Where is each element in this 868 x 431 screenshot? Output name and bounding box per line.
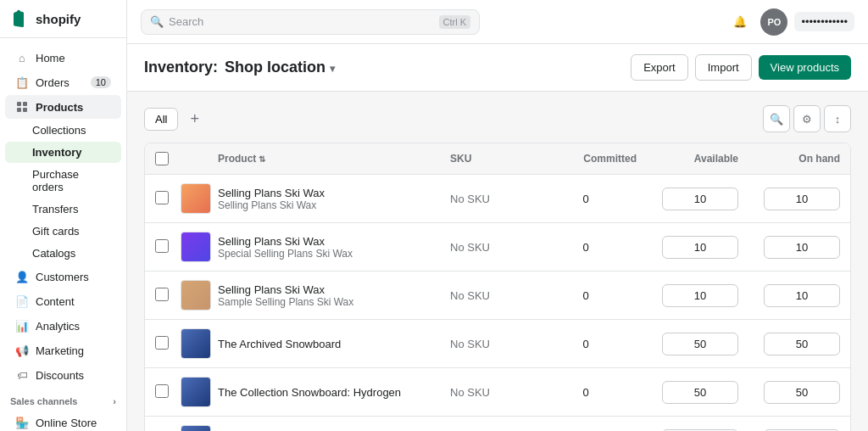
product-name-2[interactable]: Selling Plans Ski Wax (218, 283, 450, 296)
import-button[interactable]: Import (695, 54, 752, 81)
sidebar-item-orders[interactable]: 📋 Orders 10 (5, 70, 121, 94)
sidebar-item-customers[interactable]: 👤 Customers (5, 265, 121, 288)
available-cell-1[interactable] (637, 236, 738, 259)
sidebar-item-transfers[interactable]: Transfers (5, 199, 121, 220)
sort-button[interactable]: ↕ (824, 105, 851, 132)
sidebar-logo[interactable]: shopify (0, 0, 126, 38)
sidebar-item-products[interactable]: Products (5, 95, 121, 119)
select-all-checkbox[interactable] (155, 152, 169, 165)
available-input-3[interactable] (662, 333, 738, 355)
th-product[interactable]: Product ⇅ (218, 153, 450, 165)
on-hand-cell-1[interactable] (738, 236, 840, 259)
on-hand-cell-3[interactable] (738, 333, 840, 355)
sku-cell-1: No SKU (450, 241, 535, 254)
sidebar-item-purchase-orders[interactable]: Purchase orders (5, 164, 121, 198)
row-checkbox-3[interactable] (155, 336, 181, 352)
sidebar-item-gift-cards[interactable]: Gift cards (5, 221, 121, 242)
filter-bar: All + 🔍 ⚙ ↕ (144, 105, 851, 132)
available-cell-3[interactable] (637, 333, 738, 355)
committed-cell-3: 0 (535, 338, 637, 350)
sidebar-item-home[interactable]: ⌂ Home (5, 46, 121, 70)
product-name-1[interactable]: Selling Plans Ski Wax (218, 235, 450, 248)
row-checkbox-1[interactable] (155, 239, 181, 255)
tab-all[interactable]: All (144, 108, 178, 131)
sidebar-item-content[interactable]: 📄 Content (5, 289, 121, 313)
product-info-0: Selling Plans Ski Wax Selling Plans Ski … (218, 187, 450, 211)
search-box[interactable]: 🔍 Search Ctrl K (141, 9, 480, 35)
product-thumbnail-1 (181, 232, 211, 262)
on-hand-cell-0[interactable] (738, 188, 840, 210)
row-select-2[interactable] (155, 288, 169, 301)
sidebar-item-collections[interactable]: Collections (5, 120, 121, 141)
product-sort-icon: ⇅ (259, 154, 265, 164)
search-filter-button[interactable]: 🔍 (763, 105, 790, 132)
notification-button[interactable]: 🔔 (726, 8, 754, 36)
product-thumbnail-3 (181, 328, 211, 359)
page-actions: Export Import View products (631, 54, 851, 81)
add-filter-button[interactable]: + (185, 109, 204, 130)
account-name[interactable]: •••••••••••• (794, 12, 854, 31)
table-row: The Collection Snowboard: Hydrogen No SK… (145, 368, 850, 417)
orders-badge: 10 (91, 76, 111, 88)
topbar: 🔍 Search Ctrl K 🔔 PO •••••••••••• (127, 0, 868, 44)
row-checkbox-0[interactable] (155, 191, 181, 207)
sku-cell-3: No SKU (450, 338, 535, 350)
product-info-4: The Collection Snowboard: Hydrogen (218, 386, 450, 399)
row-checkbox-4[interactable] (155, 384, 181, 400)
sidebar-item-marketing[interactable]: 📢 Marketing (5, 339, 121, 362)
available-input-4[interactable] (662, 381, 738, 404)
sidebar-item-discounts[interactable]: 🏷 Discounts (5, 363, 121, 387)
on-hand-input-1[interactable] (764, 236, 840, 259)
product-variant-0: Selling Plans Ski Wax (218, 199, 450, 211)
sales-channels-label: Sales channels (10, 396, 78, 406)
search-icon: 🔍 (150, 15, 164, 28)
row-thumb-1 (181, 232, 218, 262)
row-select-1[interactable] (155, 239, 169, 253)
row-select-3[interactable] (155, 336, 169, 350)
sidebar-label-content: Content (36, 295, 75, 308)
on-hand-cell-4[interactable] (738, 381, 840, 404)
available-cell-4[interactable] (637, 381, 738, 404)
committed-cell-4: 0 (535, 386, 637, 399)
location-dropdown[interactable]: Shop location ▾ (225, 59, 335, 76)
available-input-2[interactable] (662, 284, 738, 307)
customers-icon: 👤 (15, 270, 29, 283)
sidebar-item-inventory[interactable]: Inventory (5, 142, 121, 163)
available-cell-0[interactable] (637, 188, 738, 210)
available-input-0[interactable] (662, 188, 738, 210)
svg-rect-1 (23, 102, 27, 106)
sidebar-item-catalogs[interactable]: Catalogs (5, 243, 121, 264)
sidebar-item-analytics[interactable]: 📊 Analytics (5, 314, 121, 338)
sort-icon: ↕ (835, 113, 841, 126)
product-name-3[interactable]: The Archived Snowboard (218, 338, 450, 350)
export-button[interactable]: Export (631, 54, 688, 81)
available-input-1[interactable] (662, 236, 738, 259)
products-icon (15, 100, 29, 114)
row-select-4[interactable] (155, 384, 169, 398)
sales-channels-expand-icon[interactable]: › (113, 396, 116, 406)
available-col-label: Available (694, 153, 738, 165)
row-select-0[interactable] (155, 191, 169, 204)
discounts-icon: 🏷 (15, 368, 29, 382)
on-hand-input-2[interactable] (764, 284, 840, 307)
on-hand-cell-2[interactable] (738, 284, 840, 307)
row-thumb-2 (181, 280, 218, 311)
sidebar-nav: ⌂ Home 📋 Orders 10 Products Collections … (0, 38, 126, 431)
on-hand-input-4[interactable] (764, 381, 840, 404)
view-products-button[interactable]: View products (759, 55, 851, 80)
bell-icon: 🔔 (733, 15, 747, 28)
logo-text: shopify (36, 12, 81, 26)
product-name-0[interactable]: Selling Plans Ski Wax (218, 187, 450, 199)
sidebar-label-gift-cards: Gift cards (32, 225, 80, 238)
on-hand-input-3[interactable] (764, 333, 840, 355)
filter-settings-button[interactable]: ⚙ (793, 105, 821, 132)
product-info-2: Selling Plans Ski Wax Sample Selling Pla… (218, 283, 450, 308)
available-cell-2[interactable] (637, 284, 738, 307)
on-hand-input-0[interactable] (764, 188, 840, 210)
committed-cell-2: 0 (535, 289, 637, 302)
table-body: Selling Plans Ski Wax Selling Plans Ski … (145, 175, 850, 431)
product-name-4[interactable]: The Collection Snowboard: Hydrogen (218, 386, 450, 399)
row-checkbox-2[interactable] (155, 288, 181, 304)
sidebar-item-online-store[interactable]: 🏪 Online Store (5, 411, 121, 431)
avatar[interactable]: PO (760, 8, 787, 36)
